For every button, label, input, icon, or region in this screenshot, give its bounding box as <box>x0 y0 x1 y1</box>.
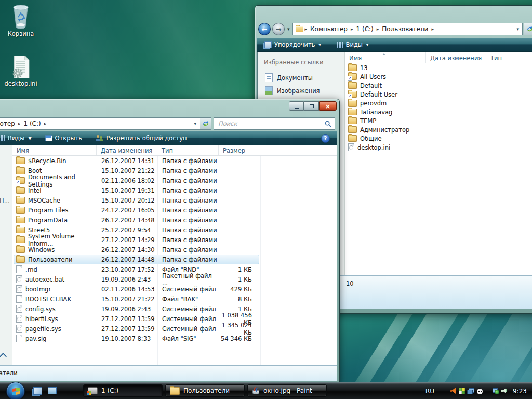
file-icon <box>348 109 357 115</box>
organize-icon <box>264 41 272 48</box>
desktop-icon-label: Корзина <box>8 30 34 37</box>
organize-button[interactable]: Упорядочить ▾ <box>264 41 321 48</box>
column-header-name[interactable]: Имя <box>12 145 97 155</box>
favorites-item-icon <box>265 73 273 82</box>
breadcrumb-segment[interactable]: Компьютер▸ <box>0 120 22 127</box>
file-row[interactable]: Program Files24.12.2007 16:05Папка с фай… <box>12 205 337 215</box>
file-list: 13All UsersDefaultDefault UserperovdmTat… <box>345 63 532 275</box>
desktop-icon-desktop-ini[interactable]: desktop.ini <box>0 55 42 87</box>
back-button[interactable]: ← <box>258 23 271 35</box>
file-row[interactable]: Default <box>345 81 532 90</box>
recycle-bin-icon <box>10 3 31 29</box>
taskbar-button[interactable]: окно.jpg - Paint <box>247 384 327 397</box>
file-row[interactable]: ProgramData26.12.2007 14:48Папка с файла… <box>12 215 337 225</box>
address-dropdown-icon[interactable]: ▾ <box>191 121 200 126</box>
file-row[interactable]: 13 <box>345 63 532 72</box>
breadcrumb-segment[interactable]: 1 (C:)▸ <box>355 25 381 33</box>
file-row[interactable]: config.sys19.09.2006 2:43Системный файл1… <box>12 304 337 314</box>
file-row[interactable]: Documents and Settings02.11.2006 18:02Па… <box>12 176 337 185</box>
file-row[interactable]: pagefile.sys27.12.2007 13:59Системный фа… <box>12 324 337 334</box>
file-icon <box>348 100 357 107</box>
breadcrumb-segment[interactable]: Компьютер▸ <box>309 25 354 33</box>
search-box[interactable] <box>214 117 335 130</box>
file-row[interactable]: Общие <box>345 134 532 143</box>
address-bar[interactable]: ▸ Компьютер▸1 (C:)▸Пользователи▸ ▾ <box>292 23 523 35</box>
file-row[interactable]: TEMP <box>345 116 532 125</box>
file-list-pane: Имя Дата изменения Тип Размер $Recycle.B… <box>12 145 337 365</box>
file-icon <box>16 275 22 283</box>
desktop-icon-recycle-bin[interactable]: Корзина <box>0 3 42 37</box>
file-row[interactable]: bootmgr02.11.2006 14:53Системный файл429… <box>12 284 337 294</box>
address-bar[interactable]: Компьютер▸1 (C:)▸ ▾ <box>0 117 200 130</box>
taskbar: 1 (C:)Пользователиокно.jpg - Paint RU 9:… <box>0 382 532 399</box>
file-row[interactable]: MSOCache15.10.2007 20:12Папка с файлами <box>12 195 337 205</box>
views-button[interactable]: Виды ▼ <box>0 135 32 142</box>
column-header-name[interactable]: Имя <box>345 52 426 63</box>
share-button[interactable]: Разрешить общий доступ <box>96 135 187 142</box>
volume-mixer-icon[interactable] <box>450 388 457 394</box>
recent-pages-chevron-icon[interactable]: ▾ <box>287 26 290 32</box>
file-icon <box>16 197 25 204</box>
file-row[interactable]: Администратор <box>345 125 532 134</box>
column-header-type[interactable]: Тип <box>157 145 219 155</box>
breadcrumb-separator-icon: ▸ <box>349 26 355 32</box>
maximize-button[interactable] <box>304 101 319 111</box>
views-button[interactable]: Виды ▾ <box>337 41 368 48</box>
file-row[interactable]: $Recycle.Bin26.12.2007 14:31Папка с файл… <box>12 156 337 166</box>
file-row[interactable]: desktop.ini <box>345 143 532 152</box>
refresh-button[interactable] <box>200 117 211 130</box>
search-input[interactable] <box>217 119 325 128</box>
panda-antivirus-icon[interactable] <box>476 388 483 394</box>
chevron-down-icon: ▾ <box>319 43 321 47</box>
breadcrumb-segment[interactable]: 1 (C:)▸ <box>22 120 48 127</box>
breadcrumb-separator-icon: ▸ <box>430 26 435 32</box>
file-row[interactable]: Default User <box>345 90 532 99</box>
open-button[interactable]: Открыть <box>45 135 83 142</box>
taskbar-button-icon <box>88 387 98 394</box>
clock[interactable]: 9:23 <box>513 388 527 395</box>
address-dropdown-icon[interactable]: ▾ <box>513 26 522 32</box>
file-icon <box>348 117 357 124</box>
column-header-date[interactable]: Дата изменения <box>97 145 157 155</box>
refresh-button[interactable] <box>524 23 532 35</box>
item-count: 10 <box>346 280 354 287</box>
file-icon <box>16 236 25 243</box>
help-button[interactable]: ? <box>321 134 330 143</box>
start-button[interactable] <box>6 382 25 399</box>
favorites-item-truncated[interactable]: Н... <box>0 197 10 205</box>
volume-icon[interactable] <box>501 388 509 394</box>
show-desktop-quicklaunch-icon[interactable] <box>48 387 57 394</box>
folders-collapse-chevron-icon[interactable] <box>0 353 7 360</box>
file-row[interactable]: BOOTSECT.BAK15.10.2007 21:22Файл "BAK"8 … <box>12 294 337 304</box>
column-header-type[interactable]: Тип <box>486 52 532 63</box>
file-row[interactable]: Пользователи26.12.2007 14:48Папка с файл… <box>12 255 337 264</box>
favorites-item[interactable]: Изображения <box>258 84 344 97</box>
file-row[interactable]: Tatianavag <box>345 108 532 116</box>
address-folder-icon <box>296 26 303 32</box>
file-row[interactable]: autoexec.bat19.09.2006 2:43Пакетный файл… <box>12 274 337 284</box>
close-button[interactable]: × <box>319 101 337 111</box>
file-row[interactable]: System Volume Inform...27.12.2007 14:29П… <box>12 235 337 245</box>
file-row[interactable]: pav.sig19.10.2007 8:33Файл "SIG"54 346 К… <box>12 334 337 343</box>
file-row[interactable]: hiberfil.sys27.12.2007 13:59Системный фа… <box>12 314 337 324</box>
file-row[interactable]: Windows26.12.2007 14:30Папка с файлами <box>12 245 337 255</box>
network-icon[interactable] <box>491 388 499 394</box>
help-icon: ? <box>324 136 327 141</box>
remote-connection-icon[interactable] <box>467 388 474 394</box>
favorites-item[interactable]: Документы <box>258 71 344 84</box>
command-toolbar: Виды ▼ Открыть Разрешить общий доступ ? <box>0 131 337 145</box>
file-row[interactable]: Intel15.10.2007 19:31Папка с файлами <box>12 185 337 195</box>
breadcrumb-segment[interactable]: Пользователи▸ <box>380 25 435 33</box>
column-header-size[interactable]: Размер <box>219 145 260 155</box>
display-settings-icon[interactable] <box>459 388 465 394</box>
taskbar-button[interactable]: Пользователи <box>165 384 245 397</box>
taskbar-button[interactable]: 1 (C:) <box>83 384 163 397</box>
forward-button[interactable]: → <box>272 23 285 35</box>
column-header-date[interactable]: Дата изменения <box>426 52 486 63</box>
windows-flag-icon <box>12 387 20 395</box>
switch-windows-quicklaunch-icon[interactable] <box>33 387 42 395</box>
language-indicator[interactable]: RU <box>425 388 434 395</box>
file-row[interactable]: perovdm <box>345 99 532 108</box>
file-row[interactable]: All Users <box>345 72 532 81</box>
minimize-button[interactable] <box>289 101 304 111</box>
